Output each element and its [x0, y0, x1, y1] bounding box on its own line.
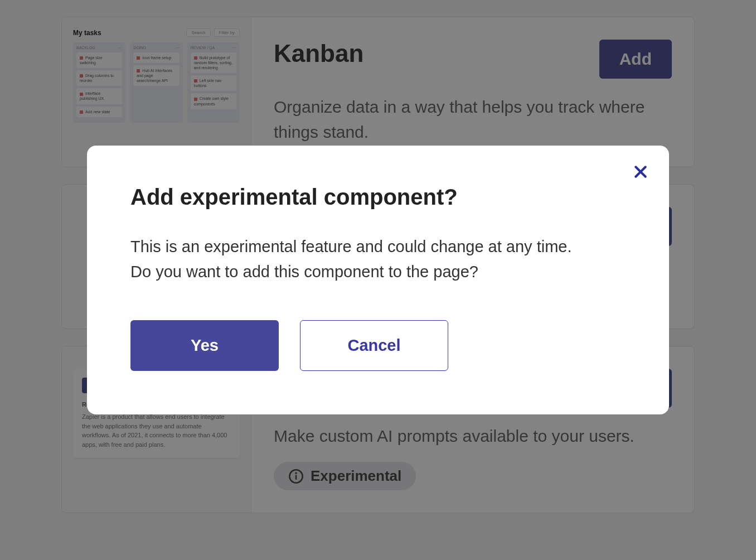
modal-overlay[interactable]: Add experimental component? This is an e…	[0, 0, 756, 560]
modal-body-line1: This is an experimental feature and coul…	[130, 234, 626, 259]
close-button[interactable]	[630, 161, 651, 184]
modal-body-line2: Do you want to add this component to the…	[130, 259, 626, 284]
modal-body: This is an experimental feature and coul…	[130, 234, 626, 284]
cancel-button[interactable]: Cancel	[300, 320, 448, 371]
close-icon	[632, 163, 649, 180]
yes-button[interactable]: Yes	[130, 320, 279, 371]
confirm-modal: Add experimental component? This is an e…	[87, 146, 669, 414]
modal-title: Add experimental component?	[130, 185, 626, 210]
